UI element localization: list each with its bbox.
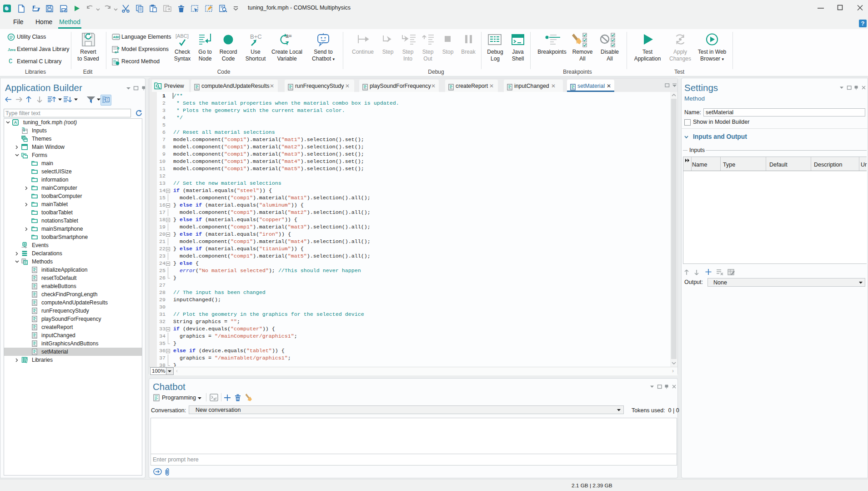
svg-text:A: A [14,120,17,125]
svg-text:C: C [9,58,12,65]
svg-text:T: T [286,40,289,46]
svg-text:a=: a= [115,50,119,54]
svg-text:B+C: B+C [250,33,262,40]
svg-text:Java: Java [7,47,15,52]
svg-text:ABC: ABC [113,35,120,39]
svg-text:[ABC]: [ABC] [176,33,189,39]
